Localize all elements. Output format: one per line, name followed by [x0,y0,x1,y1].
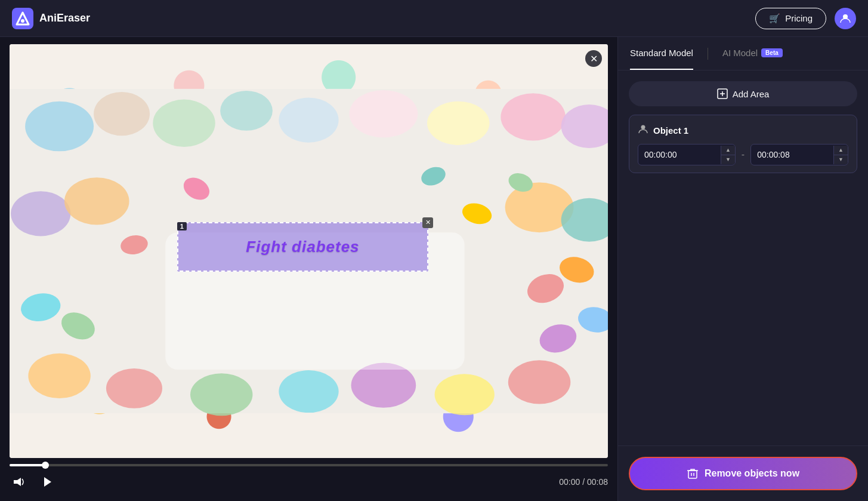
beta-badge: Beta [761,48,783,57]
time-end-up[interactable]: ▲ [834,146,848,155]
svg-marker-37 [14,478,21,486]
play-button[interactable] [38,472,57,491]
svg-point-30 [508,360,570,404]
svg-marker-38 [44,477,51,487]
object-title: Object 1 [653,125,688,136]
add-area-label: Add Area [733,89,770,99]
close-video-button[interactable]: ✕ [585,50,602,67]
svg-point-12 [501,93,566,140]
svg-point-8 [220,91,273,131]
main-content: ✕ [0,37,868,501]
time-start-up[interactable]: ▲ [721,146,735,155]
svg-point-25 [106,368,162,408]
svg-point-11 [427,102,489,145]
svg-point-24 [28,354,90,398]
svg-point-14 [11,191,70,236]
standard-model-label: Standard Model [630,48,693,58]
person-icon [638,124,648,134]
volume-icon [13,477,26,487]
svg-point-7 [153,100,215,147]
time-start-input[interactable] [638,145,721,165]
time-range-row: ▲ ▼ - ▲ ▼ [638,144,848,165]
time-end-spinners: ▲ ▼ [833,146,848,164]
range-dash: - [742,149,745,160]
right-panel: Standard Model AI Model Beta Add Area [617,37,868,501]
svg-point-5 [25,102,94,152]
user-avatar[interactable] [835,8,856,29]
svg-point-29 [435,374,495,415]
time-end-group: ▲ ▼ [750,144,848,165]
app-header: AniEraser 🛒 Pricing [0,0,868,37]
video-controls: 00:00 / 00:08 [10,458,608,494]
svg-point-10 [349,90,418,137]
pricing-label: Pricing [785,13,813,23]
object-card-header: Object 1 [638,124,848,137]
time-start-down[interactable]: ▼ [721,155,735,164]
play-icon [43,477,52,487]
time-end-down[interactable]: ▼ [834,155,848,164]
left-panel: ✕ [0,37,617,501]
svg-point-27 [279,370,338,413]
tab-standard-model[interactable]: Standard Model [630,37,693,70]
svg-point-42 [641,125,645,130]
svg-point-2 [21,19,24,23]
avatar-icon [840,13,851,24]
video-frame: 1 Fight diabetes ✕ [10,44,608,458]
ai-model-label: AI Model [722,48,758,58]
add-area-button[interactable]: Add Area [629,81,857,106]
svg-point-26 [190,373,252,416]
cart-icon: 🛒 [769,13,780,24]
remove-icon [687,468,699,480]
time-end-input[interactable] [751,145,833,165]
pricing-button[interactable]: 🛒 Pricing [755,8,826,29]
app-name: AniEraser [39,12,90,24]
controls-row: 00:00 / 00:08 [10,472,608,491]
selection-box[interactable]: 1 Fight diabetes ✕ [177,222,428,272]
remove-btn-label: Remove objects now [705,468,799,479]
svg-point-9 [279,97,338,142]
video-wrapper: ✕ [10,44,608,458]
svg-rect-0 [12,8,33,29]
tabs-header: Standard Model AI Model Beta [618,37,868,70]
selection-text: Fight diabetes [246,238,359,256]
object-person-icon [638,124,648,137]
tab-separator [708,48,708,60]
time-start-spinners: ▲ ▼ [721,146,735,164]
volume-button[interactable] [10,472,29,491]
progress-bar[interactable] [10,464,608,466]
remove-objects-button[interactable]: Remove objects now [629,457,857,490]
logo-area: AniEraser [12,8,755,29]
svg-rect-43 [688,471,697,478]
right-spacer [618,263,868,445]
svg-point-6 [94,92,150,136]
tab-ai-model[interactable]: AI Model Beta [722,37,783,70]
header-right: 🛒 Pricing [755,8,856,29]
right-content: Add Area Object 1 [618,70,868,263]
progress-fill [10,464,45,466]
right-bottom: Remove objects now [618,445,868,501]
object-card-1: Object 1 ▲ ▼ - [629,115,857,173]
app-logo-icon [12,8,33,29]
add-area-icon [717,88,728,99]
selection-close-button[interactable]: ✕ [422,217,433,228]
progress-dot [42,462,49,469]
time-display: 00:00 / 00:08 [559,477,608,487]
svg-point-15 [64,177,129,225]
time-start-group: ▲ ▼ [638,144,736,165]
selection-number: 1 [177,222,187,230]
